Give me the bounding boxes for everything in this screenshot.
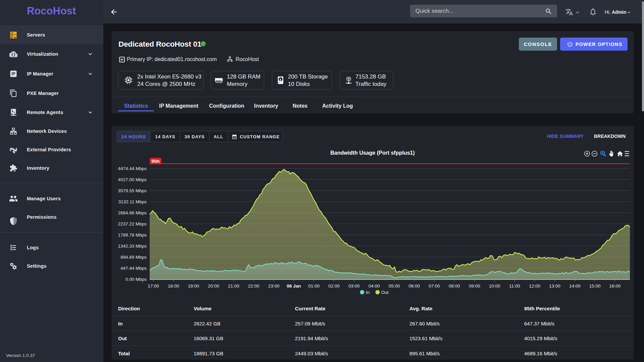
svg-text:05:00: 05:00 bbox=[389, 283, 400, 289]
svg-text:894.89 Mbps: 894.89 Mbps bbox=[120, 255, 147, 260]
svg-text:01:00: 01:00 bbox=[308, 283, 320, 289]
svg-text:4474.44 Mbps: 4474.44 Mbps bbox=[118, 166, 147, 171]
svg-text:19:00: 19:00 bbox=[188, 283, 199, 289]
svg-text:In: In bbox=[366, 290, 369, 295]
svg-text:21:00: 21:00 bbox=[228, 283, 239, 289]
svg-text:22:00: 22:00 bbox=[248, 283, 259, 289]
svg-text:13:00: 13:00 bbox=[549, 283, 560, 289]
svg-text:4027.00 Mbps: 4027.00 Mbps bbox=[118, 177, 147, 182]
svg-text:95th: 95th bbox=[151, 159, 160, 164]
svg-text:2237.22 Mbps: 2237.22 Mbps bbox=[118, 221, 147, 226]
svg-text:IP: IP bbox=[11, 71, 15, 76]
svg-text:16:00: 16:00 bbox=[609, 283, 621, 289]
svg-text:20:00: 20:00 bbox=[208, 283, 219, 289]
svg-text:04:00: 04:00 bbox=[368, 283, 380, 289]
svg-text:0.00 Mbps: 0.00 Mbps bbox=[126, 277, 147, 282]
svg-text:03:00: 03:00 bbox=[348, 283, 360, 289]
svg-text:18:00: 18:00 bbox=[168, 283, 179, 289]
svg-text:14:00: 14:00 bbox=[569, 283, 581, 289]
svg-text:12:00: 12:00 bbox=[529, 283, 540, 289]
svg-text:2684.66 Mbps: 2684.66 Mbps bbox=[118, 210, 147, 215]
svg-text:Bandwidth Usage (Port sfpplus1: Bandwidth Usage (Port sfpplus1) bbox=[330, 150, 415, 156]
svg-text:02:00: 02:00 bbox=[328, 283, 340, 289]
svg-text:11:00: 11:00 bbox=[509, 283, 520, 289]
svg-text:1789.78 Mbps: 1789.78 Mbps bbox=[118, 232, 147, 238]
svg-text:3579.55 Mbps: 3579.55 Mbps bbox=[118, 188, 147, 193]
svg-text:06:00: 06:00 bbox=[409, 283, 420, 289]
svg-text:08:00: 08:00 bbox=[449, 283, 460, 289]
svg-text:06 Jan: 06 Jan bbox=[287, 283, 301, 289]
svg-text:15:00: 15:00 bbox=[589, 283, 601, 289]
svg-text:10:00: 10:00 bbox=[489, 283, 500, 289]
svg-text:23:00: 23:00 bbox=[268, 283, 280, 289]
svg-text:17:00: 17:00 bbox=[148, 283, 159, 289]
svg-text:1342.33 Mbps: 1342.33 Mbps bbox=[118, 244, 147, 249]
svg-text:3132.11 Mbps: 3132.11 Mbps bbox=[118, 199, 147, 204]
svg-text:07:00: 07:00 bbox=[429, 283, 440, 289]
svg-text:447.44 Mbps: 447.44 Mbps bbox=[120, 266, 147, 271]
svg-text:Out: Out bbox=[381, 290, 389, 295]
svg-text:09:00: 09:00 bbox=[469, 283, 480, 289]
